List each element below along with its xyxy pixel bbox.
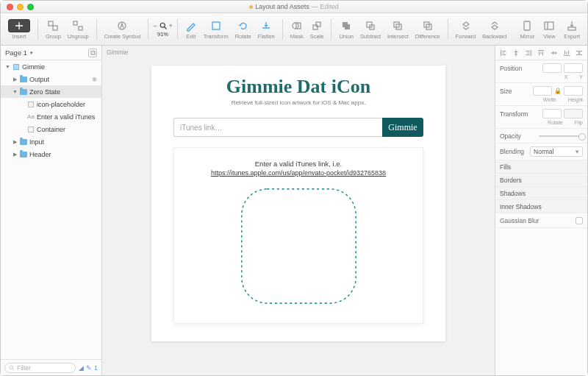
- layer-folder-output[interactable]: Output ◉: [1, 73, 101, 85]
- subtract-button[interactable]: Subtract: [357, 18, 384, 41]
- gaussian-blur-row[interactable]: Gaussian Blur: [495, 213, 587, 228]
- layer-filter-row: Filter ◢ ✎1: [1, 359, 101, 375]
- fills-section[interactable]: Fills: [495, 160, 587, 174]
- align-controls[interactable]: [495, 46, 587, 60]
- checkbox-icon[interactable]: [576, 217, 583, 224]
- union-button[interactable]: Union: [336, 18, 356, 41]
- window-title: Layout and Assets — Edited: [1, 3, 587, 10]
- svg-rect-19: [568, 27, 576, 30]
- svg-rect-17: [524, 21, 530, 30]
- filter-toggle-icons[interactable]: ◢ ✎1: [79, 364, 98, 372]
- app-tagline: Retrieve full-sized icon artwork for iOS…: [232, 99, 366, 106]
- height-field[interactable]: [564, 86, 583, 96]
- group-button[interactable]: Group: [43, 18, 64, 41]
- itunes-link-input[interactable]: iTunes link…: [173, 118, 382, 137]
- blending-row: Blending Normal▾: [495, 143, 587, 160]
- lock-icon[interactable]: 🔒: [554, 88, 562, 94]
- view-button[interactable]: View: [540, 18, 558, 41]
- align-top-icon: [537, 49, 545, 57]
- position-row: Position XY: [495, 60, 587, 83]
- rotate-button[interactable]: Rotate: [232, 18, 254, 41]
- edit-button[interactable]: Edit: [182, 18, 200, 41]
- layer-text-enter-valid[interactable]: ▶Aa Enter a valid iTunes: [1, 110, 101, 123]
- visibility-icon[interactable]: ◉: [92, 76, 97, 82]
- transform-button[interactable]: Transform: [201, 18, 232, 41]
- svg-rect-9: [313, 25, 318, 29]
- opacity-slider[interactable]: [539, 135, 583, 137]
- backward-button[interactable]: Backward: [479, 18, 509, 41]
- align-left-icon: [500, 49, 507, 57]
- titlebar: Layout and Assets — Edited: [1, 1, 587, 13]
- export-button[interactable]: Export: [561, 18, 583, 41]
- layer-list: Gimmie Output ◉ Zero State ▶ icon-placeh…: [1, 60, 101, 359]
- app-window: Layout and Assets — Edited Insert Group …: [0, 0, 588, 376]
- zoom-control[interactable]: − + 91%: [153, 21, 173, 38]
- ungroup-button[interactable]: Ungroup: [65, 18, 92, 41]
- position-x-field[interactable]: [542, 63, 562, 73]
- size-row: Size 🔒 WidthHeight: [495, 83, 587, 106]
- canvas[interactable]: Gimmie Dat iCon Retrieve full-sized icon…: [102, 58, 495, 375]
- page-selector[interactable]: Page 1 ▾ ⧉: [1, 46, 101, 60]
- intersect-button[interactable]: Intersect: [384, 18, 412, 41]
- artboard-gimmie[interactable]: Gimmie Dat iCon Retrieve full-sized icon…: [151, 65, 445, 341]
- app-logo-text: Gimmie Dat iCon: [226, 76, 370, 98]
- align-vcenter-icon: [551, 49, 558, 57]
- svg-point-7: [293, 23, 298, 29]
- opacity-row: Opacity: [495, 129, 587, 143]
- blending-select[interactable]: Normal▾: [530, 146, 583, 157]
- svg-point-5: [160, 23, 165, 27]
- window-title-text: Layout and Assets: [255, 3, 309, 10]
- layer-artboard-gimmie[interactable]: Gimmie: [1, 60, 101, 73]
- create-symbol-button[interactable]: Create Symbol: [101, 18, 144, 41]
- page-label: Page 1: [5, 49, 27, 57]
- layer-filter-input[interactable]: Filter: [4, 363, 76, 373]
- layer-sidebar: Page 1 ▾ ⧉ Gimmie Output ◉ Zero State: [1, 46, 102, 375]
- svg-rect-10: [316, 22, 320, 26]
- zoom-value: 91%: [157, 31, 168, 38]
- layer-folder-header[interactable]: Header: [1, 148, 101, 160]
- svg-rect-1: [53, 26, 57, 30]
- transform-row: Transform RotateFlip: [495, 106, 587, 129]
- width-field[interactable]: [533, 86, 552, 96]
- mask-button[interactable]: Mask: [287, 18, 306, 41]
- gimmie-button[interactable]: Gimmie: [382, 118, 423, 137]
- icon-placeholder: [238, 185, 359, 307]
- svg-rect-6: [212, 22, 220, 29]
- shadows-section[interactable]: Shadows: [495, 187, 587, 200]
- inner-shadows-section[interactable]: Inner Shadows: [495, 200, 587, 213]
- align-right-icon: [525, 49, 532, 57]
- svg-rect-18: [545, 22, 553, 29]
- position-y-field[interactable]: [564, 63, 583, 73]
- toolbar: Insert Group Ungroup Create Symbol − + 9…: [1, 13, 587, 46]
- borders-section[interactable]: Borders: [495, 174, 587, 187]
- insert-button[interactable]: Insert: [5, 18, 33, 41]
- align-bottom-icon: [563, 49, 570, 57]
- search-icon: [9, 365, 15, 371]
- zero-state-card: Enter a valid iTunes link, i.e. https://…: [173, 147, 423, 324]
- svg-point-20: [10, 366, 13, 369]
- mirror-button[interactable]: Mirror: [517, 18, 538, 41]
- layer-folder-input[interactable]: Input: [1, 135, 101, 148]
- rotate-field[interactable]: [542, 109, 562, 118]
- layer-container[interactable]: ▶ Container: [1, 123, 101, 135]
- svg-rect-0: [49, 21, 53, 26]
- align-hcenter-icon: [512, 49, 520, 57]
- scale-button[interactable]: Scale: [307, 18, 327, 41]
- breadcrumb: Gimmie: [102, 46, 495, 58]
- layer-icon-placeholder[interactable]: ▶ icon-placeholder: [1, 98, 101, 110]
- search-row: iTunes link… Gimmie: [173, 118, 423, 137]
- inspector: Position XY Size 🔒 Widt: [495, 46, 587, 375]
- modified-dot-icon: [249, 5, 253, 9]
- svg-rect-3: [79, 26, 82, 30]
- canvas-area: Gimmie Gimmie Dat iCon Retrieve full-siz…: [102, 46, 495, 375]
- svg-rect-21: [241, 189, 355, 303]
- zero-state-hint: Enter a valid iTunes link, i.e.: [255, 160, 342, 168]
- zero-state-example-link[interactable]: https://itunes.apple.com/us/app/envato-p…: [211, 169, 386, 177]
- forward-button[interactable]: Forward: [453, 18, 479, 41]
- difference-button[interactable]: Difference: [412, 18, 443, 41]
- flatten-button[interactable]: Flatten: [255, 18, 278, 41]
- flip-toggle[interactable]: [564, 109, 583, 118]
- duplicate-page-icon[interactable]: ⧉: [88, 49, 97, 57]
- svg-rect-2: [74, 21, 77, 25]
- layer-folder-zero-state[interactable]: Zero State: [1, 85, 101, 98]
